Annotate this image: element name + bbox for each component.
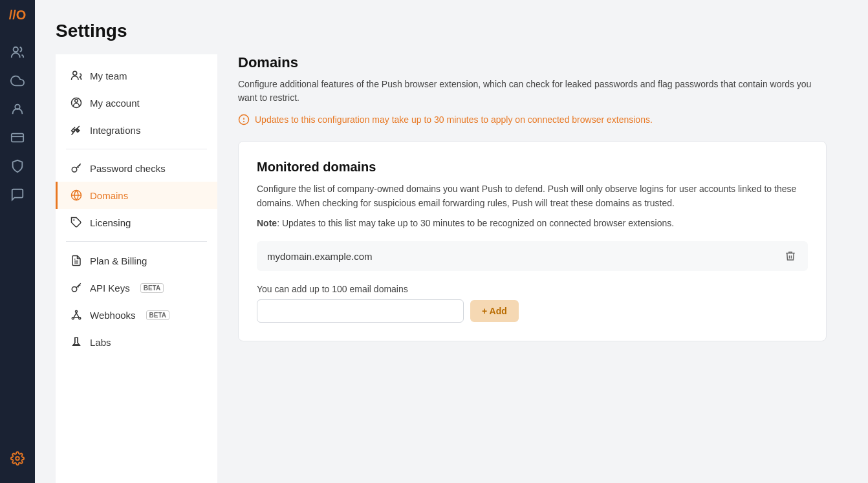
divider-1 bbox=[66, 149, 207, 149]
trash-icon bbox=[785, 250, 796, 262]
chat-nav-icon[interactable] bbox=[6, 183, 29, 206]
logo: //O bbox=[9, 8, 27, 23]
svg-rect-2 bbox=[12, 134, 23, 142]
monitored-domains-card: Monitored domains Configure the list of … bbox=[238, 141, 827, 341]
sidebar-item-domains[interactable]: Domains bbox=[56, 182, 217, 209]
settings-container: Settings My team My account Integrations bbox=[35, 0, 868, 483]
card-desc: Configure the list of company-owned doma… bbox=[257, 182, 808, 210]
cards-nav-icon[interactable] bbox=[6, 126, 29, 149]
sidebar-item-my-team[interactable]: My team bbox=[56, 62, 217, 89]
plug-icon bbox=[71, 124, 82, 136]
divider-2 bbox=[66, 241, 207, 242]
user-circle-icon bbox=[71, 97, 82, 109]
note-text: : Updates to this list may take up to 30… bbox=[277, 218, 674, 228]
warning-text: Updates to this configuration may take u… bbox=[255, 114, 653, 125]
sidebar-item-password-checks[interactable]: Password checks bbox=[56, 155, 217, 182]
sidebar-item-licensing[interactable]: Licensing bbox=[56, 209, 217, 236]
add-section-label: You can add up to 100 email domains bbox=[257, 284, 808, 294]
sidebar-label-my-team: My team bbox=[90, 70, 127, 81]
settings-content: Domains Configure additional features of… bbox=[217, 54, 847, 483]
settings-sidebar: My team My account Integrations Password… bbox=[56, 54, 217, 483]
domain-value: mydomain.example.com bbox=[267, 251, 373, 262]
sidebar-label-password-checks: Password checks bbox=[90, 163, 166, 174]
domain-row: mydomain.example.com bbox=[257, 241, 808, 271]
cloud-nav-icon[interactable] bbox=[6, 69, 29, 92]
delete-domain-button[interactable] bbox=[783, 249, 797, 263]
domain-input[interactable] bbox=[257, 299, 464, 323]
warning-banner: Updates to this configuration may take u… bbox=[238, 114, 827, 125]
settings-body: My team My account Integrations Password… bbox=[56, 54, 847, 483]
sidebar-item-my-account[interactable]: My account bbox=[56, 89, 217, 116]
sidebar-label-plan-billing: Plan & Billing bbox=[90, 255, 147, 266]
svg-point-4 bbox=[73, 71, 77, 75]
key-icon bbox=[71, 162, 82, 174]
webhooks-icon bbox=[71, 309, 82, 321]
tag-icon bbox=[71, 217, 82, 228]
svg-point-9 bbox=[73, 219, 74, 220]
api-keys-badge: BETA bbox=[140, 283, 164, 293]
sidebar-label-integrations: Integrations bbox=[90, 125, 140, 136]
file-icon bbox=[71, 255, 82, 266]
sidebar-label-webhooks: Webhooks bbox=[90, 310, 136, 321]
svg-point-0 bbox=[14, 47, 18, 52]
sidebar-item-api-keys[interactable]: API Keys BETA bbox=[56, 274, 217, 301]
add-button-label: + Add bbox=[482, 306, 507, 316]
card-note: Note: Updates to this list may take up t… bbox=[257, 218, 808, 228]
content-description: Configure additional features of the Pus… bbox=[238, 78, 827, 105]
user-nav-icon[interactable] bbox=[6, 98, 29, 121]
svg-point-3 bbox=[16, 456, 19, 460]
key-small-icon bbox=[71, 282, 82, 294]
page-title: Settings bbox=[56, 21, 847, 41]
team-nav-icon[interactable] bbox=[6, 41, 29, 64]
sidebar-item-plan-billing[interactable]: Plan & Billing bbox=[56, 247, 217, 274]
sidebar-item-integrations[interactable]: Integrations bbox=[56, 116, 217, 144]
sidebar-label-labs: Labs bbox=[90, 337, 111, 348]
settings-nav-icon[interactable] bbox=[6, 447, 29, 470]
sidebar-label-licensing: Licensing bbox=[90, 217, 131, 228]
sidebar-label-domains: Domains bbox=[90, 190, 128, 201]
users-icon bbox=[71, 70, 82, 81]
svg-point-6 bbox=[75, 100, 78, 103]
note-label: Note bbox=[257, 218, 277, 228]
sidebar-item-webhooks[interactable]: Webhooks BETA bbox=[56, 301, 217, 328]
main-area: Settings My team My account Integrations bbox=[35, 0, 868, 483]
globe-icon bbox=[71, 189, 82, 201]
card-title: Monitored domains bbox=[257, 160, 808, 175]
add-row: + Add bbox=[257, 299, 808, 323]
sidebar-label-my-account: My account bbox=[90, 98, 140, 109]
sidebar-nav: //O bbox=[0, 0, 35, 483]
shield-nav-icon[interactable] bbox=[6, 155, 29, 178]
svg-point-13 bbox=[76, 310, 78, 312]
add-domain-button[interactable]: + Add bbox=[470, 300, 519, 322]
info-icon bbox=[238, 114, 250, 125]
content-title: Domains bbox=[238, 54, 827, 71]
sidebar-item-labs[interactable]: Labs bbox=[56, 328, 217, 356]
svg-point-20 bbox=[244, 122, 244, 122]
labs-icon bbox=[71, 336, 82, 348]
sidebar-label-api-keys: API Keys bbox=[90, 283, 130, 294]
webhooks-badge: BETA bbox=[146, 310, 169, 320]
